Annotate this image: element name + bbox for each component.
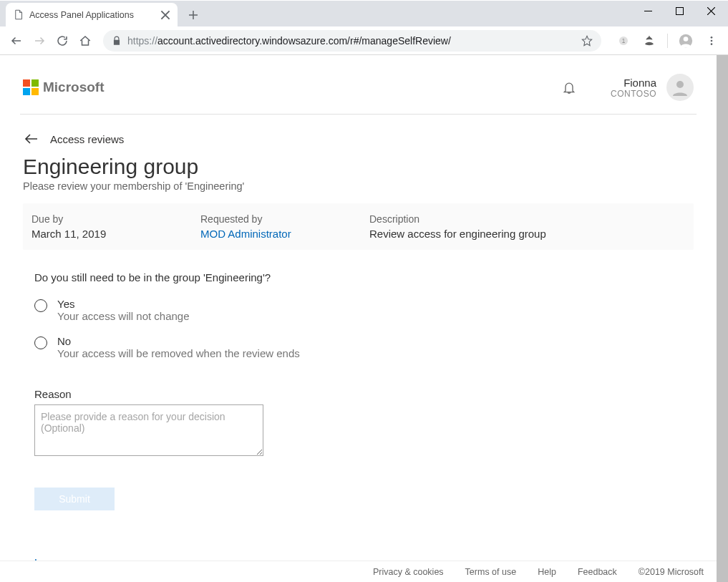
menu-button[interactable] bbox=[701, 30, 722, 52]
account-menu[interactable]: Fionna CONTOSO bbox=[611, 74, 694, 101]
breadcrumb-back[interactable]: Access reviews bbox=[20, 115, 697, 155]
user-org: CONTOSO bbox=[611, 89, 656, 99]
browser-tab[interactable]: Access Panel Applications bbox=[6, 3, 178, 26]
microsoft-logo-icon bbox=[23, 79, 39, 95]
nav-back-button[interactable] bbox=[6, 30, 27, 52]
page-icon bbox=[13, 9, 24, 20]
minimize-button[interactable] bbox=[632, 0, 664, 21]
footer-copyright: ©2019 Microsoft bbox=[639, 567, 704, 577]
page-viewport: Microsoft Fionna CONTOSO Access reviews … bbox=[0, 55, 728, 582]
option-no-label: No bbox=[57, 335, 300, 347]
review-info-bar: Due by March 11, 2019 Requested by MOD A… bbox=[23, 203, 694, 250]
svg-point-4 bbox=[684, 37, 689, 42]
microsoft-logo-text: Microsoft bbox=[43, 79, 105, 95]
separator bbox=[667, 34, 668, 48]
reason-textarea[interactable] bbox=[34, 404, 263, 456]
profile-button[interactable] bbox=[675, 30, 697, 52]
option-no-desc: Your access will be removed when the rev… bbox=[57, 347, 300, 359]
footer-terms-link[interactable]: Terms of use bbox=[465, 567, 517, 577]
arrow-left-icon bbox=[23, 130, 40, 147]
description-value: Review access for engineering group bbox=[369, 228, 685, 240]
lock-icon bbox=[112, 36, 122, 46]
home-button[interactable] bbox=[74, 30, 96, 52]
nav-forward-button[interactable] bbox=[29, 30, 50, 52]
reload-button[interactable] bbox=[52, 30, 73, 52]
page-subtitle: Please review your membership of 'Engine… bbox=[20, 179, 697, 203]
requested-by-link[interactable]: MOD Administrator bbox=[200, 228, 369, 240]
site-header: Microsoft Fionna CONTOSO bbox=[20, 64, 697, 115]
svg-point-7 bbox=[711, 43, 713, 45]
notifications-button[interactable] bbox=[556, 74, 582, 100]
page-footer: Privacy & cookies Terms of use Help Feed… bbox=[0, 561, 717, 582]
requested-by-label: Requested by bbox=[200, 213, 369, 225]
extension-icon[interactable]: 1 bbox=[613, 30, 634, 52]
browser-tabstrip: Access Panel Applications bbox=[0, 1, 728, 26]
user-name: Fionna bbox=[611, 77, 656, 89]
svg-rect-0 bbox=[676, 7, 683, 14]
close-tab-icon[interactable] bbox=[160, 10, 170, 20]
address-bar[interactable]: https://account.activedirectory.windowsa… bbox=[103, 30, 601, 52]
option-yes-label: Yes bbox=[57, 298, 190, 310]
submit-button[interactable]: Submit bbox=[34, 488, 115, 510]
browser-toolbar: https://account.activedirectory.windowsa… bbox=[0, 26, 728, 55]
due-by-label: Due by bbox=[31, 213, 200, 225]
url-text: https://account.activedirectory.windowsa… bbox=[127, 35, 576, 47]
reason-label: Reason bbox=[20, 368, 697, 404]
option-yes[interactable]: Yes Your access will not change bbox=[20, 294, 697, 331]
svg-text:1: 1 bbox=[622, 38, 626, 44]
close-window-button[interactable] bbox=[695, 0, 727, 21]
star-icon[interactable] bbox=[581, 35, 593, 47]
option-yes-desc: Your access will not change bbox=[57, 310, 190, 322]
option-no[interactable]: No Your access will be removed when the … bbox=[20, 331, 697, 368]
svg-point-8 bbox=[676, 81, 684, 88]
description-label: Description bbox=[369, 213, 685, 225]
footer-help-link[interactable]: Help bbox=[538, 567, 556, 577]
page-title: Engineering group bbox=[20, 155, 697, 179]
question-text: Do you still need to be in the group 'En… bbox=[20, 250, 697, 294]
footer-privacy-link[interactable]: Privacy & cookies bbox=[373, 567, 444, 577]
maximize-button[interactable] bbox=[664, 0, 695, 21]
footer-feedback-link[interactable]: Feedback bbox=[578, 567, 617, 577]
radio-no[interactable] bbox=[34, 336, 47, 349]
avatar bbox=[666, 74, 694, 101]
microsoft-logo[interactable]: Microsoft bbox=[23, 79, 105, 95]
due-by-value: March 11, 2019 bbox=[31, 228, 200, 240]
back-label: Access reviews bbox=[50, 133, 124, 145]
new-tab-button[interactable] bbox=[183, 5, 203, 25]
tab-title: Access Panel Applications bbox=[29, 10, 134, 20]
vertical-scrollbar[interactable] bbox=[717, 55, 728, 582]
extension2-icon[interactable] bbox=[639, 30, 660, 52]
svg-point-5 bbox=[711, 37, 713, 39]
radio-yes[interactable] bbox=[34, 299, 47, 312]
svg-point-6 bbox=[711, 39, 713, 42]
